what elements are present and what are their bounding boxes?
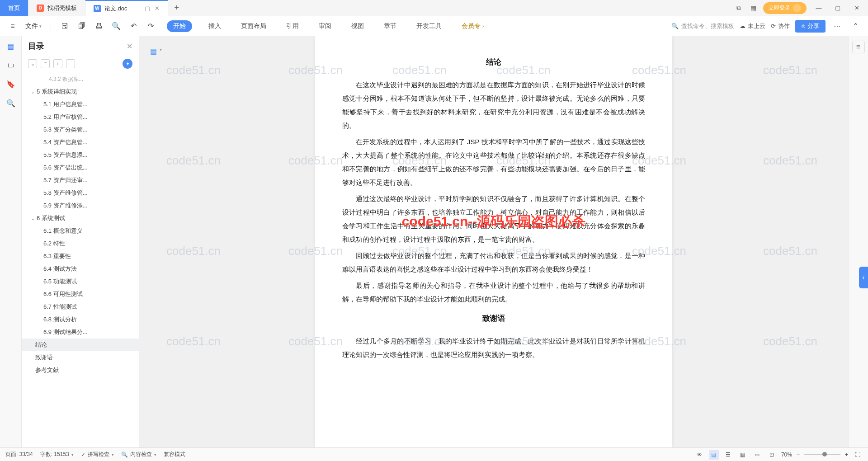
toc-item[interactable]: 致谢语: [22, 351, 139, 364]
toc-item[interactable]: 5.9 资产维修添...: [22, 199, 139, 212]
zoom-in-icon[interactable]: +: [845, 452, 848, 458]
toc-item[interactable]: 结论: [22, 339, 139, 351]
maximize-button[interactable]: ▢: [831, 1, 844, 15]
toc-item[interactable]: 5.3 资产分类管...: [22, 123, 139, 136]
file-menu[interactable]: 文件 ▾: [24, 22, 43, 30]
nav-start[interactable]: 开始: [167, 20, 192, 32]
apps-icon[interactable]: ▦: [749, 4, 758, 13]
nav-vip[interactable]: 会员专 ›: [458, 20, 487, 32]
zoom-fit-icon[interactable]: ⊡: [767, 450, 777, 460]
paragraph: 最后，感谢指导老师的关心和指导，在我毕业设计的整个过程中，他给与了我很多的帮助和…: [342, 279, 645, 306]
watermark-bg: code51.cn: [166, 334, 221, 348]
document-canvas[interactable]: ▤▾ code51.cncode51.cncode51.cncode51.cnc…: [139, 36, 848, 447]
toc-item[interactable]: 6.4 测试方法: [22, 263, 139, 275]
view-page-icon[interactable]: ▤: [709, 450, 719, 460]
login-button[interactable]: 立即登录: [763, 2, 807, 14]
print-icon[interactable]: 🖶: [93, 20, 105, 33]
side-expand-tab[interactable]: ‹: [859, 267, 868, 288]
tab-home[interactable]: 首页: [0, 0, 28, 16]
tab-document[interactable]: W 论文.doc ▢ ✕: [85, 0, 168, 16]
nav-reference[interactable]: 引用: [283, 20, 302, 32]
page-tools-float[interactable]: ▤▾: [150, 47, 162, 56]
toc-item[interactable]: 6.2 特性: [22, 237, 139, 250]
watermark-bg: code51.cn: [166, 154, 221, 168]
toc-close-icon[interactable]: ✕: [127, 42, 132, 51]
tab-screen-icon[interactable]: ▢: [145, 5, 150, 12]
toolbar-collapse-icon[interactable]: ⌃: [849, 20, 862, 33]
zoom-out-icon[interactable]: −: [797, 452, 800, 458]
nav-review[interactable]: 审阅: [315, 20, 335, 32]
status-words[interactable]: 字数: 15153 ▾: [40, 451, 74, 458]
rail-toc-icon[interactable]: ▤: [5, 41, 16, 52]
status-compat[interactable]: 兼容模式: [164, 451, 185, 458]
toc-item[interactable]: 6.5 功能测试: [22, 275, 139, 288]
toc-item[interactable]: 5.6 资产借出统...: [22, 161, 139, 174]
toc-item[interactable]: 6.6 可用性测试: [22, 288, 139, 301]
toc-item[interactable]: 6.7 性能测试: [22, 301, 139, 313]
view-web-icon[interactable]: ▦: [738, 450, 748, 460]
nav-insert[interactable]: 插入: [205, 20, 225, 32]
search-icon: 🔍: [671, 23, 679, 29]
nav-devtools[interactable]: 开发工具: [413, 20, 445, 32]
toc-item[interactable]: 5.2 用户审核管...: [22, 111, 139, 123]
page-doc-icon[interactable]: ▤: [150, 47, 157, 56]
status-page[interactable]: 页面: 33/34: [5, 451, 33, 458]
toc-item[interactable]: 参考文献: [22, 364, 139, 376]
toc-remove-icon[interactable]: −: [66, 59, 75, 68]
rail-folder-icon[interactable]: 🗀: [5, 60, 16, 71]
toc-item[interactable]: 6 系统测试: [22, 212, 139, 225]
toc-item[interactable]: 6.9 测试结果分...: [22, 326, 139, 339]
toc-panel: 目录 ✕ ⌄ ⌃ + − ✦ 4.3.2 数据库...5 系统详细实现5.1 用…: [22, 36, 139, 447]
share-button[interactable]: ⎋分享: [795, 20, 826, 33]
tab-templates[interactable]: D找稻壳模板: [28, 0, 85, 16]
nav-layout[interactable]: 页面布局: [237, 20, 270, 32]
print-preview-icon[interactable]: 🔍: [110, 20, 123, 33]
layout-icon[interactable]: ⧉: [734, 4, 743, 13]
toc-item[interactable]: 4.3.2 数据库...: [22, 73, 139, 85]
search-command[interactable]: 🔍查找命令、搜索模板: [671, 22, 734, 30]
toc-item[interactable]: 6.8 测试分析: [22, 313, 139, 326]
toc-collapse-all-icon[interactable]: ⌄: [28, 59, 37, 68]
redo-icon[interactable]: ↷: [144, 20, 157, 33]
undo-icon[interactable]: ↶: [127, 20, 140, 33]
toc-item[interactable]: 5.5 资产信息添...: [22, 149, 139, 161]
hamburger-icon[interactable]: ≡: [6, 20, 19, 33]
close-button[interactable]: ✕: [850, 1, 863, 15]
view-read-icon[interactable]: ▭: [752, 450, 762, 460]
toc-item[interactable]: 6.1 概念和意义: [22, 225, 139, 237]
heading-conclusion: 结论: [342, 57, 645, 67]
toc-expand-all-icon[interactable]: ⌃: [41, 59, 50, 68]
toc-item[interactable]: 6.3 重要性: [22, 250, 139, 263]
rail-search-icon[interactable]: 🔍: [5, 98, 16, 108]
collab-button[interactable]: ⟳协作: [771, 22, 790, 30]
zoom-slider[interactable]: [804, 454, 840, 455]
rail-bookmark-icon[interactable]: 🔖: [5, 79, 16, 89]
view-eye-icon[interactable]: 👁: [694, 450, 704, 460]
toolbar-more-icon[interactable]: ⋯: [831, 20, 844, 33]
status-spellcheck[interactable]: ✓拼写检查 ▾: [81, 451, 114, 458]
tab-add[interactable]: +: [168, 3, 186, 13]
tab-close-icon[interactable]: ✕: [155, 5, 160, 12]
toc-ai-icon[interactable]: ✦: [123, 59, 132, 69]
share-icon: ⎋: [802, 23, 805, 29]
toc-item[interactable]: 5.4 资产信息管...: [22, 136, 139, 149]
minimize-button[interactable]: —: [812, 1, 826, 15]
fullscreen-icon[interactable]: ⛶: [853, 450, 863, 460]
toc-item[interactable]: 5.7 资产归还审...: [22, 174, 139, 187]
nav-chapter[interactable]: 章节: [380, 20, 400, 32]
left-rail: ▤ 🗀 🔖 🔍: [0, 36, 22, 447]
right-rail-settings-icon[interactable]: ≡: [852, 41, 865, 53]
view-outline-icon[interactable]: ☰: [723, 450, 733, 460]
toc-item[interactable]: 5 系统详细实现: [22, 85, 139, 98]
cloud-status[interactable]: ☁未上云: [740, 22, 765, 30]
contentcheck-icon: 🔍: [121, 452, 128, 458]
zoom-label[interactable]: 70%: [781, 452, 792, 458]
toc-item[interactable]: 5.8 资产维修管...: [22, 187, 139, 199]
paragraph: 在开发系统的过程中，本人运用到了 JSP 技术和平时学习中所了解的一些技术，通过…: [342, 135, 645, 189]
status-contentcheck[interactable]: 🔍内容检查 ▾: [121, 451, 156, 458]
save-icon[interactable]: 🖫: [58, 20, 71, 33]
save-as-icon[interactable]: 🗐: [75, 20, 88, 33]
toc-add-icon[interactable]: +: [53, 59, 62, 68]
toc-item[interactable]: 5.1 用户信息管...: [22, 98, 139, 111]
nav-view[interactable]: 视图: [348, 20, 368, 32]
